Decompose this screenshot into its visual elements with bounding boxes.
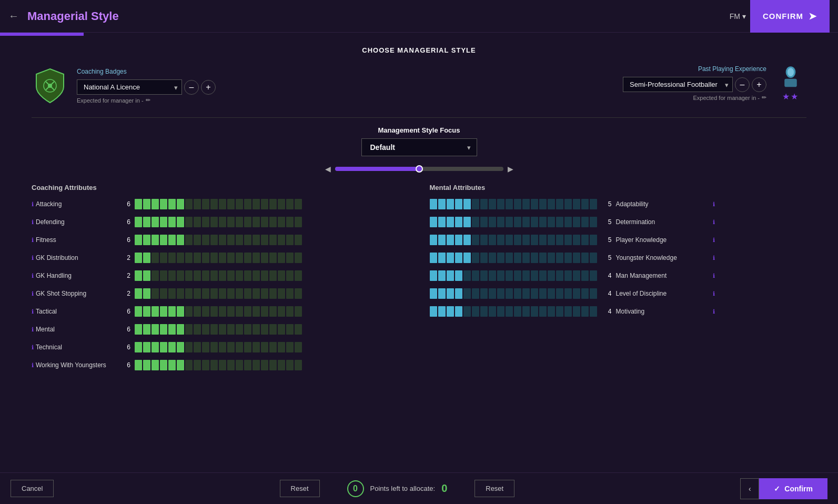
mental-attr-row: 5 Determination ℹ [430,215,807,229]
mental-info-icon-6[interactable]: ℹ [713,308,715,315]
mental-attr-bar-4 [430,270,597,281]
mental-info-icon-1[interactable]: ℹ [713,219,715,226]
coaching-attr-row: ℹ Tactical 6 [32,304,409,319]
focus-select[interactable]: Default Attacking Defending Tactical Mot… [361,138,477,156]
top-bar: ← Managerial Style FM ▾ CONFIRM ➤ [0,0,838,33]
slider-thumb[interactable] [416,165,423,173]
coaching-attr-bar-5 [135,288,302,299]
attr-info-icon-0[interactable]: ℹ [32,201,34,208]
coaching-attr-header: Coaching Attributes [32,184,409,191]
coaching-badge-expected: Expected for manager in - ✏ [77,97,216,104]
attr-info-icon-8[interactable]: ℹ [32,344,34,351]
slider-track[interactable] [335,167,503,171]
coaching-badge-select[interactable]: National A Licence UEFA A Licence UEFA P… [77,79,182,95]
mental-attr-value-3: 5 [601,254,612,261]
attr-info-icon-7[interactable]: ℹ [32,326,34,333]
attr-info-icon-4[interactable]: ℹ [32,273,34,279]
mental-info-icon-4[interactable]: ℹ [713,273,715,279]
past-playing-dropdown-row: Semi-Professional Footballer Professiona… [623,77,766,92]
coaching-attr-bar-2 [135,235,302,245]
confirm-top-label: CONFIRM [763,12,803,21]
mental-info-icon-3[interactable]: ℹ [713,255,715,261]
mental-attr-name-4: Man Management [616,272,711,279]
badges-row: Coaching Badges National A Licence UEFA … [32,65,806,107]
attr-info-icon-6[interactable]: ℹ [32,308,34,315]
mental-attr-rows: 5 Adaptability ℹ 5 Determination ℹ 5 Pla… [430,197,807,319]
svg-point-3 [48,84,52,88]
page-title: Managerial Style [27,9,119,23]
coaching-attr-value-1: 6 [120,218,130,226]
attr-info-icon-5[interactable]: ℹ [32,290,34,297]
confirm-bottom-button[interactable]: ✓ Confirm [759,478,827,499]
coaching-badge-label: Coaching Badges [77,68,216,75]
mental-attr-row: 4 Motivating ℹ [430,304,807,319]
past-playing-section: Past Playing Experience Semi-Professiona… [623,65,806,102]
mental-attr-name-5: Level of Discipline [616,290,711,297]
mental-attr-name-6: Motivating [616,308,711,315]
mental-attr-row: 5 Adaptability ℹ [430,197,807,211]
fm-menu-button[interactable]: FM ▾ [730,12,746,21]
focus-section: Management Style Focus Default Attacking… [32,126,806,156]
past-playing-minus[interactable]: – [735,77,750,92]
attr-info-icon-3[interactable]: ℹ [32,255,34,261]
coaching-attr-row: ℹ GK Handling 2 [32,268,409,283]
reset-left-button[interactable]: Reset [280,480,320,497]
mental-attr-bar-5 [430,288,597,299]
section-divider [32,117,806,118]
past-playing-plus[interactable]: + [752,77,766,92]
slider-left-arrow[interactable]: ◀ [325,165,331,173]
coaching-badge-edit-icon[interactable]: ✏ [146,97,150,104]
slider-right-arrow[interactable]: ▶ [508,165,513,173]
mental-attr-bar-6 [430,306,597,317]
avatar: ★★ [775,65,806,102]
mental-attr-name-2: Player Knowledge [616,236,711,244]
coaching-attr-name-2: Fitness [36,236,120,244]
mental-attr-value-5: 4 [601,290,612,297]
coaching-attr-name-3: GK Distribution [36,254,120,261]
coaching-attr-value-2: 6 [120,236,130,244]
coaching-attr-rows: ℹ Attacking 6 ℹ Defending 6 ℹ Fitness 6 … [32,197,409,372]
coaching-attr-bar-6 [135,306,302,317]
coaching-attr-row: ℹ GK Distribution 2 [32,250,409,265]
main-content: CHOOSE MANAGERIAL STYLE Coaching Badges [0,36,838,386]
prev-button[interactable]: ‹ [740,478,759,499]
mental-attr-row: 5 Youngster Knowledge ℹ [430,250,807,265]
coaching-attr-name-6: Tactical [36,308,120,315]
mental-info-icon-5[interactable]: ℹ [713,290,715,297]
coaching-badge-controls: Coaching Badges National A Licence UEFA … [77,68,216,104]
coaching-attr-name-5: GK Shot Stopping [36,290,120,297]
reset-right-button[interactable]: Reset [474,480,514,497]
coaching-badge-minus[interactable]: – [184,80,199,95]
coaching-attr-row: ℹ GK Shot Stopping 2 [32,286,409,301]
confirm-bottom-label: Confirm [784,485,813,493]
mental-info-icon-0[interactable]: ℹ [713,201,715,208]
coaching-attr-name-4: GK Handling [36,272,120,279]
focus-label: Management Style Focus [378,126,460,134]
past-playing-controls: Past Playing Experience Semi-Professiona… [623,65,766,101]
coaching-attr-bar-9 [135,360,302,370]
coaching-attr-column: Coaching Attributes ℹ Attacking 6 ℹ Defe… [32,184,409,376]
coaching-attr-value-6: 6 [120,308,130,315]
mental-info-icon-2[interactable]: ℹ [713,237,715,244]
attr-info-icon-1[interactable]: ℹ [32,219,34,226]
coaching-attr-name-8: Technical [36,344,120,351]
cancel-button[interactable]: Cancel [11,480,54,497]
confirm-arrow-icon: ➤ [809,11,817,22]
confirm-top-button[interactable]: CONFIRM ➤ [750,0,830,33]
avatar-stars: ★★ [782,92,799,102]
past-playing-edit-icon[interactable]: ✏ [762,94,766,101]
mental-attr-row: 5 Player Knowledge ℹ [430,233,807,247]
coaching-badge-dropdown-row: National A Licence UEFA A Licence UEFA P… [77,79,216,95]
past-playing-select[interactable]: Semi-Professional Footballer Professiona… [623,77,733,92]
confirm-check-icon: ✓ [774,485,780,493]
attr-info-icon-9[interactable]: ℹ [32,362,34,369]
mental-attr-name-0: Adaptability [616,200,711,208]
coaching-attr-name-7: Mental [36,326,120,333]
back-button[interactable]: ← [8,10,19,22]
focus-dropdown-wrapper: Default Attacking Defending Tactical Mot… [361,138,477,156]
coaching-badge-plus[interactable]: + [201,80,216,95]
past-playing-dropdown-wrapper: Semi-Professional Footballer Professiona… [623,77,733,92]
coaching-attr-row: ℹ Fitness 6 [32,233,409,247]
coaching-badges-section: Coaching Badges National A Licence UEFA … [32,65,216,107]
attr-info-icon-2[interactable]: ℹ [32,237,34,244]
